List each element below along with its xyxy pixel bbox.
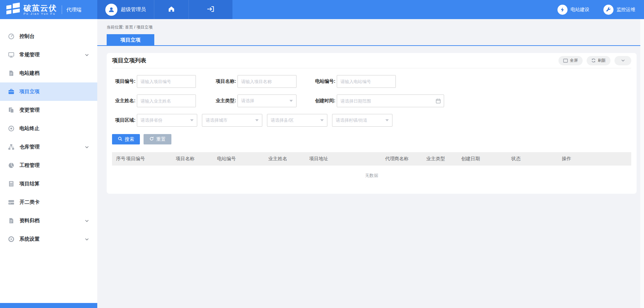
calculator-icon: [8, 181, 14, 187]
caret-down-icon: [289, 100, 293, 102]
project-no-label: 项目编号:: [112, 78, 136, 84]
col-owner-type: 业主类型: [426, 156, 461, 162]
archive-document-icon: [8, 218, 14, 224]
pie-chart-icon: [8, 162, 14, 169]
caret-down-icon: [385, 119, 389, 121]
nav-station-construction[interactable]: 电站建设: [557, 5, 589, 15]
owner-type-select[interactable]: 请选择: [237, 95, 297, 107]
header-user-section: 超级管理员: [97, 0, 232, 19]
col-status: 状态: [511, 156, 562, 162]
home-button[interactable]: [154, 0, 189, 19]
owner-name-input[interactable]: [137, 95, 196, 107]
filter-row-2: 业主姓名: 业主类型: 请选择 创建时间:: [112, 95, 631, 107]
sidebar-item-station-archive[interactable]: 电站建档: [0, 64, 97, 82]
station-no-label: 电站编号:: [312, 78, 335, 84]
search-label: 搜索: [125, 136, 134, 142]
wrench-icon: [603, 5, 613, 15]
fullscreen-label: 全屏: [570, 58, 578, 63]
project-list-card: 项目立项列表 全屏 刷新: [107, 53, 637, 194]
sidebar-item-type2-card[interactable]: 开二类卡: [0, 193, 97, 211]
station-no-input[interactable]: [337, 75, 396, 88]
owner-type-label: 业主类型:: [213, 98, 236, 104]
nav-label: 监控运维: [616, 7, 635, 13]
sidebar: 控制台 常规管理 电站建档 项目立项 变更管理 电站终止: [0, 19, 97, 308]
brand[interactable]: 破茧云伏 Po Jian Yun Fu 代理端: [0, 0, 97, 19]
search-icon: [118, 136, 122, 142]
table-empty-state: 无数据: [112, 166, 631, 186]
chevron-down-icon: [85, 53, 89, 57]
main-content: 当前位置: 首页 / 项目立项 项目立项 项目立项列表 全屏: [97, 19, 644, 308]
avatar: [105, 4, 117, 16]
card-title: 项目立项列表: [112, 57, 146, 64]
user-name: 超级管理员: [121, 6, 146, 13]
top-header: 破茧云伏 Po Jian Yun Fu 代理端 超级管理员: [0, 0, 644, 19]
caret-down-icon: [320, 119, 324, 121]
project-no-input[interactable]: [137, 75, 196, 88]
filter-row-1: 项目编号: 项目名称: 电站编号:: [112, 75, 631, 88]
sidebar-item-change-mgmt[interactable]: 变更管理: [0, 101, 97, 119]
scrollbar-track[interactable]: [640, 19, 644, 308]
chevron-down-icon: [621, 58, 625, 63]
collapse-button[interactable]: [614, 56, 631, 65]
nav-label: 电站建设: [571, 7, 589, 13]
breadcrumb-label: 当前位置:: [107, 25, 124, 29]
col-project-address: 项目地址: [309, 156, 385, 162]
sidebar-item-project-initiation[interactable]: 项目立项: [0, 82, 97, 101]
credit-card-icon: [8, 199, 14, 205]
sidebar-item-console[interactable]: 控制台: [0, 27, 97, 46]
refresh-label: 刷新: [598, 58, 606, 63]
col-project-no: 项目编号: [126, 156, 176, 162]
projects-table: 序号 项目编号 项目名称 电站编号 业主姓名 项目地址 代理商名称 业主类型 创…: [112, 152, 631, 186]
sidebar-item-station-termination[interactable]: 电站终止: [0, 119, 97, 138]
app-root: 破茧云伏 Po Jian Yun Fu 代理端 超级管理员: [0, 0, 644, 308]
sidebar-bottom-bar[interactable]: [0, 303, 97, 308]
owner-name-label: 业主姓名:: [112, 98, 136, 104]
province-select[interactable]: 请选择省份: [137, 114, 197, 127]
search-button[interactable]: 搜索: [112, 134, 140, 144]
header-right-nav: 电站建设 监控运维: [557, 0, 644, 19]
sidebar-item-warehouse-mgmt[interactable]: 仓库管理: [0, 138, 97, 156]
document-icon: [8, 70, 14, 76]
brand-portal-label: 代理端: [62, 5, 82, 14]
person-icon: [108, 6, 115, 13]
target-icon: [8, 125, 14, 132]
calendar-icon: [436, 98, 441, 105]
brand-pinyin: Po Jian Yun Fu: [23, 12, 57, 15]
reset-button[interactable]: 重置: [144, 134, 171, 144]
sidebar-item-project-settlement[interactable]: 项目结算: [0, 175, 97, 193]
brand-logo-icon: [5, 3, 20, 17]
sidebar-item-engineering-mgmt[interactable]: 工程管理: [0, 156, 97, 175]
tab-project-initiation[interactable]: 项目立项: [107, 34, 154, 45]
city-select[interactable]: 请选择城市: [202, 114, 262, 127]
copy-icon: [8, 107, 14, 113]
sidebar-item-general-mgmt[interactable]: 常规管理: [0, 46, 97, 64]
monitor-icon: [8, 52, 14, 58]
create-time-label: 创建时间:: [312, 98, 335, 104]
logout-button[interactable]: [189, 0, 232, 19]
region-label: 项目区域:: [112, 117, 136, 123]
sidebar-item-system-settings[interactable]: 系统设置: [0, 230, 97, 248]
brand-name: 破茧云伏: [23, 4, 57, 12]
county-select[interactable]: 请选择县/区: [267, 114, 327, 127]
breadcrumb: 当前位置: 首页 / 项目立项: [97, 19, 644, 30]
caret-down-icon: [190, 119, 194, 121]
project-name-label: 项目名称:: [213, 78, 236, 84]
fullscreen-button[interactable]: 全屏: [558, 56, 583, 65]
sidebar-item-data-archive[interactable]: 资料归档: [0, 211, 97, 230]
reset-icon: [149, 136, 154, 142]
nav-monitoring-ops[interactable]: 监控运维: [603, 5, 635, 15]
card-toolbar: 全屏 刷新: [558, 56, 631, 65]
sitemap-icon: [8, 144, 14, 150]
town-select[interactable]: 请选择村镇/街道: [332, 114, 392, 127]
reset-label: 重置: [156, 136, 166, 142]
chevron-down-icon: [85, 219, 89, 223]
brand-text: 破茧云伏 Po Jian Yun Fu: [23, 4, 57, 15]
col-project-name: 项目名称: [176, 156, 217, 162]
project-name-input[interactable]: [237, 75, 297, 88]
user-menu[interactable]: 超级管理员: [97, 0, 154, 19]
date-range-input[interactable]: [337, 95, 444, 107]
col-agent-name: 代理商名称: [385, 156, 426, 162]
home-icon: [168, 6, 175, 14]
filter-row-3: 项目区域: 请选择省份 请选择城市: [112, 114, 631, 127]
refresh-button[interactable]: 刷新: [587, 56, 610, 65]
